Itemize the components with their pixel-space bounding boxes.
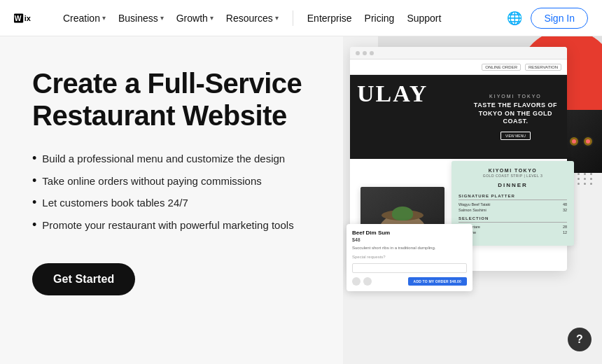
menu-item-row-2: Salmon Sashimi 32 [458, 208, 567, 212]
nav-pricing-label: Pricing [365, 13, 395, 24]
sushi-roll-2 [568, 136, 580, 147]
order-item-price: $48 [352, 237, 467, 242]
menu-item-price-3: 28 [563, 225, 567, 229]
feature-list: Build a professional menu and customize … [32, 151, 315, 239]
nav-item-pricing[interactable]: Pricing [359, 8, 400, 28]
menu-section-title-2: SELECTION [458, 216, 567, 223]
menu-item-price-4: 12 [563, 230, 567, 234]
menu-restaurant-sub: GOLD COAST STRIP | LEVEL 3 [458, 174, 567, 178]
chevron-down-icon: ▾ [210, 14, 214, 22]
menu-restaurant-name: KIYOMI TOKYO [458, 168, 567, 173]
menu-item-name-2: Salmon Sashimi [458, 208, 486, 212]
order-special-label: Special requests? [352, 255, 467, 259]
menu-item-row-3: Tuna Tartare 28 [458, 225, 567, 229]
mockup-restaurant-name: KIYOMI TOKYO [489, 94, 542, 99]
nav-item-creation[interactable]: Creation ▾ [57, 8, 111, 28]
mockup-tagline: TASTE THE FLAVORS OFTOKYO ON THE GOLDCOA… [474, 102, 557, 126]
order-footer: ADD TO MY ORDER $48.00 [352, 277, 467, 286]
nav-links: Creation ▾ Business ▾ Growth ▾ Resources… [57, 8, 507, 28]
menu-section-label: DINNER [458, 182, 567, 188]
menu-item-price-2: 32 [563, 208, 567, 212]
nav-right: 🌐 Sign In [507, 8, 588, 29]
nav-item-growth[interactable]: Growth ▾ [171, 8, 219, 28]
mockup-view-menu-btn: VIEW MENU [500, 132, 531, 140]
navbar: W ix Creation ▾ Business ▾ Growth ▾ Reso… [0, 0, 602, 36]
nav-item-business[interactable]: Business ▾ [113, 8, 169, 28]
mockup-reservation-btn: RESERVATION [525, 64, 561, 71]
sign-in-button[interactable]: Sign In [531, 8, 588, 29]
nav-enterprise-label: Enterprise [307, 13, 352, 24]
nav-growth-label: Growth [176, 13, 208, 24]
order-counter [352, 277, 372, 286]
counter-plus[interactable] [363, 277, 372, 286]
chevron-down-icon: ▾ [160, 14, 164, 22]
nav-item-support[interactable]: Support [401, 8, 447, 28]
menu-item-price-1: 48 [563, 202, 567, 206]
counter-minus[interactable] [352, 277, 360, 286]
mockup-hero-big-text: ULAY [357, 82, 428, 106]
get-started-button[interactable]: Get Started [32, 263, 135, 295]
feature-item-3: Let customers book tables 24/7 [32, 195, 315, 211]
mockup-online-order-btn: ONLINE ORDER [482, 64, 521, 71]
svg-text:W: W [15, 14, 22, 22]
window-dot-2 [363, 51, 367, 55]
feature-item-4: Promote your restaurant with powerful ma… [32, 218, 315, 233]
mockup-nav-bar: ONLINE ORDER RESERVATION [350, 59, 567, 75]
add-to-order-button[interactable]: ADD TO MY ORDER $48.00 [408, 277, 467, 286]
window-dot-1 [356, 51, 360, 55]
food-greens [392, 206, 413, 220]
mockup-titlebar [350, 47, 567, 59]
nav-divider [293, 10, 293, 26]
wix-logo[interactable]: W ix [14, 11, 45, 25]
order-item-description: Succulent short ribs in a traditional du… [352, 245, 467, 251]
nav-creation-label: Creation [63, 13, 100, 24]
order-special-input[interactable] [352, 263, 467, 273]
menu-section-2: SELECTION Tuna Tartare 28 Edamame 12 [458, 216, 567, 234]
menu-item-name-1: Wagyu Beef Tataki [458, 202, 491, 206]
menu-item-row: Wagyu Beef Tataki 48 [458, 202, 567, 206]
menu-item-row-4: Edamame 12 [458, 230, 567, 234]
chevron-down-icon: ▾ [102, 14, 106, 22]
page-title: Create a Full-Service Restaurant Website [32, 67, 315, 132]
help-button[interactable]: ? [568, 328, 592, 351]
window-dot-3 [370, 51, 374, 55]
nav-business-label: Business [118, 13, 158, 24]
globe-icon[interactable]: 🌐 [507, 10, 522, 26]
nav-item-resources[interactable]: Resources ▾ [220, 8, 284, 28]
right-panel: ONLINE ORDER RESERVATION ULAY KIYOMI TOK… [343, 36, 602, 364]
nav-resources-label: Resources [226, 13, 273, 24]
mockup-hero: ULAY KIYOMI TOKYO TASTE THE FLAVORS OFTO… [350, 75, 567, 159]
feature-item-2: Take online orders without paying commis… [32, 174, 315, 189]
left-panel: Create a Full-Service Restaurant Website… [0, 36, 343, 364]
svg-text:ix: ix [24, 13, 31, 22]
order-item-name: Beef Dim Sum [352, 230, 467, 236]
menu-section-1: SIGNATURE PLATTER Wagyu Beef Tataki 48 S… [458, 194, 567, 212]
order-card: Beef Dim Sum $48 Succulent short ribs in… [346, 224, 472, 291]
nav-support-label: Support [407, 13, 441, 24]
nav-item-enterprise[interactable]: Enterprise [302, 8, 358, 28]
sushi-roll-3 [582, 136, 594, 147]
main-content: Create a Full-Service Restaurant Website… [0, 36, 602, 364]
feature-item-1: Build a professional menu and customize … [32, 151, 315, 167]
chevron-down-icon: ▾ [275, 14, 279, 22]
menu-section-title-1: SIGNATURE PLATTER [458, 194, 567, 200]
